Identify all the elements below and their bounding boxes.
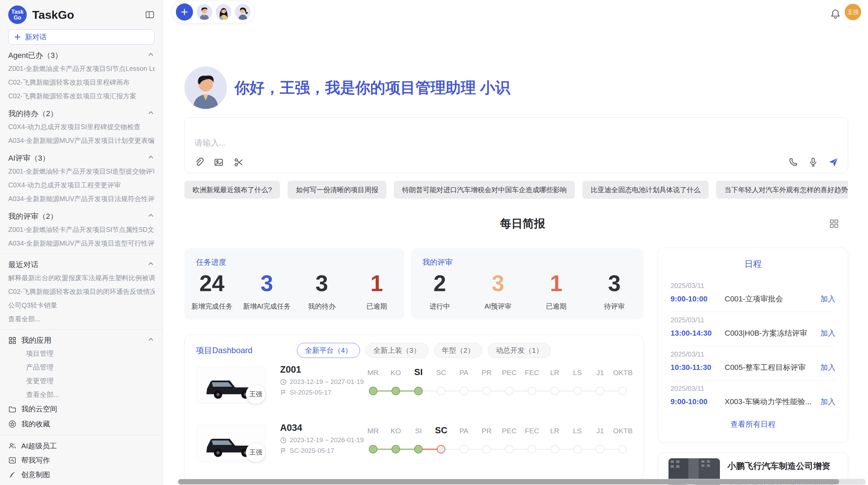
recent-chat-item[interactable]: 公司Q3轻卡销量 [8,298,155,312]
milestone-dot [437,387,445,395]
contact-avatar[interactable] [235,4,251,20]
apps-grid-icon [8,336,16,345]
milestone-dot [596,387,604,395]
people-icon [8,442,16,450]
collapse-sidebar-icon[interactable] [145,10,155,20]
sidebar-item[interactable]: A034-全新新能源MUV产品开发项目法规符合性评审 [8,192,155,206]
chat-input-box[interactable]: 请输入... [184,117,848,173]
assistant-avatar [184,66,227,109]
app-item-change-mgmt[interactable]: 变更管理 [8,374,155,388]
phone-call-icon[interactable] [788,157,798,167]
sidebar-item-cloud-space[interactable]: 我的云空间 [8,401,155,416]
chevron-up-icon[interactable] [147,51,155,60]
view-all-schedule-link[interactable]: 查看所有日程 [658,419,848,430]
sidebar-item-favorites[interactable]: 我的收藏 [8,416,155,432]
dashboard-title: 项目Dashboard [196,345,252,356]
stat-in-progress: 2 进行中 [411,271,469,315]
tab-new-body[interactable]: 全新上装（3） [365,343,429,358]
project-owner-badge: 王强 [246,443,266,462]
sidebar-item-ai-super-staff[interactable]: AI超级员工 [8,439,155,453]
milestone-label: PR [475,369,498,377]
microphone-icon[interactable] [808,157,818,167]
sidebar-item[interactable]: C02-飞腾新能源轻客改款项目立项汇报方案 [8,89,155,103]
app-title: TaskGo [32,8,74,22]
project-row-a034[interactable]: 王强 A034 2023-12-19 ~ 2026-01-19 SC-2025-… [185,421,643,475]
suggestion-chips: 欧洲新规最近颁布了什么? 如何写一份清晰的项目周报 特朗普可能对进口汽车增税会对… [184,181,848,199]
suggestion-chip[interactable]: 比亚迪全固态电池计划具体说了什么 [582,181,709,199]
pen-icon [8,471,16,479]
horizontal-scrollbar-track[interactable] [177,479,866,485]
user-avatar[interactable]: 王强 [845,4,861,20]
milestone-dot [528,387,536,395]
project-row-z001[interactable]: 王强 Z001 2023-12-19 ~ 2027-01-19 SI-2025-… [185,362,643,416]
tab-year-model[interactable]: 年型（2） [434,343,483,358]
stat-overdue: 1 已逾期 [349,271,404,315]
suggestion-chip[interactable]: 特朗普可能对进口汽车增税会对中国车企造成哪些影响 [394,181,575,199]
app-item-project-mgmt[interactable]: 项目管理 [8,347,155,360]
suggestion-chip[interactable]: 欧洲新规最近颁布了什么? [184,181,280,199]
chevron-up-icon[interactable] [147,212,155,221]
section-agent-done: Agent已办（3） [8,49,155,62]
sidebar-item[interactable]: C0X4-动力总成开发项目SI里程碑提交物检查 [8,120,155,134]
divider [0,253,163,254]
sidebar-item[interactable]: C0X4-动力总成开发项目工程变更评审 [8,178,155,192]
schedule-time: 10:30-11:30 [671,363,725,372]
app-item-product-mgmt[interactable]: 产品管理 [8,360,155,374]
chevron-up-icon[interactable] [147,109,155,119]
briefing-layout-icon[interactable] [829,219,839,230]
join-meeting-link[interactable]: 加入 [820,328,835,338]
milestone-label: OKTB [612,369,634,377]
stat-new-done: 24 新增完成任务 [184,271,239,315]
dashboard-tabs: 全新平台（4） 全新上装（3） 年型（2） 动总开发（1） [297,343,551,358]
notifications-bell-icon[interactable] [830,8,841,21]
sidebar-item[interactable]: Z001-全新燃油皮卡产品开发项目SI节点Lesson Learn报告 [8,62,155,75]
sidebar-item-help-me-write[interactable]: 帮我写作 [8,453,155,468]
contact-avatar[interactable] [196,4,212,20]
my-review-card: 我的评审 2 进行中 3 AI预评审 1 已逾期 3 待评审 [411,248,643,320]
milestone-dot [482,387,491,395]
chevron-up-icon[interactable] [147,260,155,270]
join-meeting-link[interactable]: 加入 [820,294,835,304]
join-meeting-link[interactable]: 加入 [820,397,835,407]
milestone-dot-alert [437,445,445,453]
send-icon[interactable] [828,157,839,167]
sidebar-item[interactable]: Z001-全新燃油轻卡产品开发项目SI节点属性5D文件评审 [8,223,155,236]
recent-chat-item[interactable]: C02-飞腾新能源轻客改款项目的闭环通告反馈情况 [8,285,155,298]
new-chat-button[interactable]: 新对话 [8,29,155,45]
horizontal-scrollbar-thumb[interactable] [178,479,839,484]
schedule-item: 2025/03/11 9:00-10:00 C001-立项审批会 加入 [671,278,835,312]
milestone-dot [596,445,604,453]
scissors-icon[interactable] [233,157,244,167]
section-label: AI评审（3） [8,153,50,163]
tab-powertrain[interactable]: 动总开发（1） [488,343,551,358]
join-meeting-link[interactable]: 加入 [820,362,835,373]
sidebar-item[interactable]: A034-全新新能源MUV产品开发项目造型可行性评审 [8,236,155,250]
schedule-item: 2025/03/11 9:00-10:00 X003-车辆动力学性能验... 加… [671,381,835,414]
suggestion-chip[interactable]: 当下年轻人对汽车外观有怎样的喜好趋势 [716,181,848,199]
milestone-label: OKTB [612,427,634,435]
view-all-chats-link[interactable]: 查看全部... [8,312,155,326]
milestone-timeline: MR KO SI SC PA PR PEC FEC LR LS J1 OKTB [362,421,634,475]
sidebar-item-creative-draw[interactable]: 创意制图 [8,468,155,482]
flag-icon [280,448,287,454]
sidebar-item[interactable]: A034-全新新能源MUV产品开发项目计划变更表编写 [8,134,155,147]
milestone-label: LR [543,427,566,435]
sidebar-item[interactable]: Z001-全新燃油轻卡产品开发项目SI造型提交物评审 [8,164,155,178]
milestone-label: LS [566,427,589,435]
chevron-up-icon[interactable] [147,153,155,163]
recent-chat-item[interactable]: 解释最新出台的欧盟报废车法规再生塑料比例被调至15%... [8,271,155,285]
milestone-label: FEC [521,369,543,377]
view-all-apps-link[interactable]: 查看全部... [8,388,155,401]
write-icon [8,456,16,464]
stat-overdue: 1 已逾期 [527,271,586,315]
chevron-up-icon[interactable] [147,336,155,345]
add-contact-button[interactable] [176,3,193,21]
sidebar-item[interactable]: C02-飞腾新能源轻客改款项目里程碑画布 [8,75,155,89]
image-icon[interactable] [214,157,224,167]
contact-avatar[interactable] [216,4,231,20]
tab-new-platform[interactable]: 全新平台（4） [297,343,360,358]
attachment-icon[interactable] [194,157,204,167]
suggestion-chip[interactable]: 如何写一份清晰的项目周报 [288,181,386,199]
section-label: 最近对话 [8,260,38,270]
tool-label: 创意制图 [21,470,50,480]
